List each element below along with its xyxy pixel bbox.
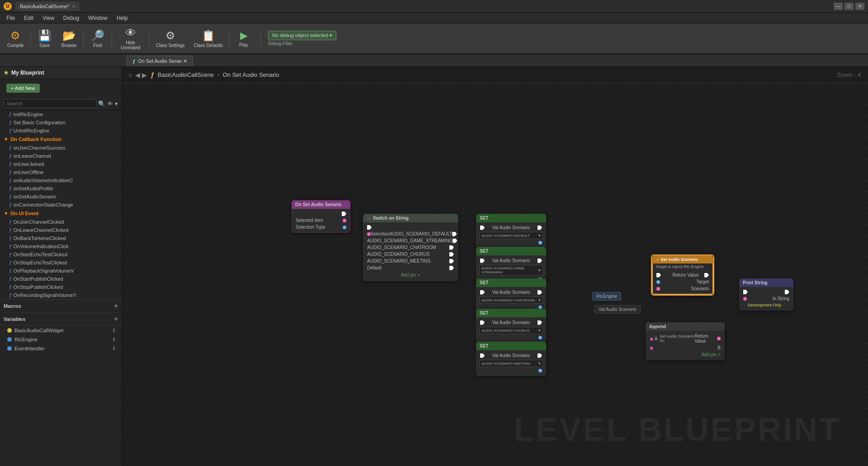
back-icon[interactable]: ◀: [135, 71, 140, 79]
forward-icon[interactable]: ▶: [142, 71, 147, 79]
sidebar-section-callback[interactable]: ▼ On Callback Function: [0, 135, 122, 144]
breadcrumb-scene[interactable]: BasicAudioCallScene: [158, 71, 214, 78]
node-switch-string[interactable]: ↔ Switch on String Selection AUDIO_SCENA…: [363, 214, 458, 281]
macros-add-icon[interactable]: +: [114, 302, 118, 310]
tab-close[interactable]: ×: [72, 4, 75, 9]
sidebar-item-onstoppublish[interactable]: ƒOnStopPublishClicked: [0, 283, 122, 291]
set1-dropdown[interactable]: AUDIO SCENARIO DEFAULT▾: [479, 232, 543, 239]
sidebar-item-onvolumeindication[interactable]: ƒOnVolumeIndicationClick: [0, 242, 122, 250]
hide-unrelated-button[interactable]: 👁 Hide Unrelated: [115, 25, 146, 52]
debug-section: No debug object selected ▾ Debug Filter: [268, 31, 336, 46]
add-new-button[interactable]: + Add New: [6, 84, 40, 93]
class-settings-button[interactable]: ⚙ Class Settings: [152, 28, 189, 50]
sidebar-section-ui[interactable]: ▼ On UI Event: [0, 209, 122, 218]
tab-name: On Set Audio Senar ✕: [138, 58, 187, 64]
eye-icon[interactable]: 👁: [107, 100, 113, 107]
sidebar-item-onplaybacksignal[interactable]: ƒOnPlaybackSignalVolumeV: [0, 267, 122, 275]
sidebar-item-onsetaudiosenario[interactable]: ƒonSetAudioSenario: [0, 193, 122, 201]
menu-item-help[interactable]: Help: [112, 14, 132, 22]
menu-item-debug[interactable]: Debug: [59, 14, 84, 22]
variables-add-icon[interactable]: +: [114, 315, 118, 323]
add-pin-button[interactable]: Add pin +: [401, 273, 420, 278]
sidebar-item-onleavechannel[interactable]: ƒonLeaveChannel: [0, 152, 122, 160]
node-row-exec: [292, 211, 350, 217]
separator-1: [30, 29, 31, 47]
compile-icon: ⚙: [10, 29, 20, 42]
ui-label: On UI Event: [10, 211, 38, 216]
set3-dropdown[interactable]: AUDIO SCENARIO CHATROOM▾: [479, 297, 543, 304]
node-print-string[interactable]: Print String In String Development Only: [739, 278, 793, 311]
breadcrumb-path: BasicAudioCallScene › On Set Audio Senar…: [158, 71, 279, 78]
menu-item-file[interactable]: File: [2, 14, 19, 22]
var-dot-rtcengine: [7, 337, 12, 342]
node-header-append: Append: [646, 322, 725, 331]
node-header-set3: SET: [476, 278, 546, 287]
rtcengine-ref-node[interactable]: RtcEngine: [592, 292, 621, 301]
sidebar-item-onaudiovolume[interactable]: ƒonAudioVolumeIndicationC: [0, 176, 122, 184]
node-on-set-audio[interactable]: On Set Audio Senario Selected Item Selec…: [292, 200, 350, 233]
minimize-button[interactable]: —: [834, 3, 843, 10]
var-item-rtcengine[interactable]: RtcEngine ⬇: [0, 335, 122, 344]
compile-button[interactable]: ⚙ Compile: [4, 28, 28, 50]
val-audio-scenario-node[interactable]: Val Audio Scenario: [594, 305, 641, 314]
find-button[interactable]: 🔎 Find: [86, 28, 109, 50]
chevron-down-icon[interactable]: ▾: [115, 100, 118, 107]
sidebar-item-onuserjoined[interactable]: ƒonUserJoined: [0, 160, 122, 168]
sidebar-item-onstartpublish[interactable]: ƒOnStartPublishClicked: [0, 275, 122, 283]
node-append[interactable]: Append ◉ A Set Audio Scenario To: Return…: [646, 322, 725, 360]
play-button[interactable]: ▶ Play: [232, 28, 255, 49]
node-set-audio-scenario[interactable]: ↔ Set Audio Scenario Target is Agora Rtc…: [651, 254, 714, 296]
node-set-5[interactable]: SET Val Audio Scenario AUDIO SCENARIO ME…: [476, 342, 546, 376]
sidebar-item-onstartechotest[interactable]: ƒOnStartEchoTestClicked: [0, 250, 122, 259]
sidebar-title: My Blueprint: [11, 70, 44, 76]
save-button[interactable]: 💾 Save: [33, 28, 56, 50]
var-download-icon-1[interactable]: ⬇: [112, 336, 116, 343]
sidebar-item-onconnectionstate[interactable]: ƒonConnectionStateChange: [0, 201, 122, 209]
active-tab[interactable]: ƒ On Set Audio Senar ✕: [127, 56, 193, 66]
sidebar-item-onbacktohome[interactable]: ƒOnBackToHomeClicked: [0, 234, 122, 242]
var-download-icon-0[interactable]: ⬇: [112, 327, 116, 334]
macros-label: Macros: [4, 303, 21, 309]
menu-item-view[interactable]: View: [38, 14, 59, 22]
var-download-icon-2[interactable]: ⬇: [112, 345, 116, 352]
search-icon[interactable]: 🔍: [98, 100, 105, 107]
set2-dropdown[interactable]: AUDIO SCENARIO GAME STREAMING▾: [479, 265, 543, 276]
var-item-basicaudiocallwidget[interactable]: BasicAudioCallWidget ⬇: [0, 326, 122, 335]
sidebar-item-onjoinchannel[interactable]: ƒonJoinChannelSuccess: [0, 144, 122, 152]
browse-button[interactable]: 📂 Browse: [58, 28, 80, 50]
node-set-3[interactable]: SET Val Audio Scenario AUDIO SCENARIO CH…: [476, 278, 546, 312]
sidebar-item-onuseroffline[interactable]: ƒonUserOffline: [0, 168, 122, 176]
set4-dropdown[interactable]: AUDIO SCENARIO CHORUS▾: [479, 327, 543, 334]
append-add-pin[interactable]: Add pin +: [701, 352, 721, 357]
node-set-4[interactable]: SET Val Audio Scenario AUDIO SCENARIO CH…: [476, 309, 546, 343]
menu-item-edit[interactable]: Edit: [19, 14, 38, 22]
sidebar-item-onsetaudioprofile[interactable]: ƒonSetAudioProfile: [0, 184, 122, 193]
play-icon: ▶: [240, 30, 248, 42]
set5-dropdown[interactable]: AUDIO SCENARIO MEETING▾: [479, 360, 543, 367]
selected-item-pin: [343, 219, 346, 222]
node-set-1[interactable]: SET Val Audio Scenario AUDIO SCENARIO DE…: [476, 214, 546, 248]
sidebar-item-onleavechannel-clicked[interactable]: ƒOnLeaveChannelClicked: [0, 226, 122, 234]
browse-label: Browse: [61, 43, 76, 48]
maximize-button[interactable]: □: [844, 3, 854, 10]
debug-dropdown[interactable]: No debug object selected ▾: [268, 31, 336, 40]
blueprint-canvas[interactable]: ☆ ◀ ▶ ƒ BasicAudioCallScene › On Set Aud…: [122, 67, 868, 466]
app-tab[interactable]: BasicAudioCallScene* ×: [15, 2, 80, 11]
var-item-eventhandler[interactable]: EventHandler ⬇: [0, 344, 122, 353]
selection-type-pin: [343, 226, 346, 229]
class-defaults-label: Class Defaults: [194, 43, 223, 48]
star-nav-icon[interactable]: ☆: [127, 71, 133, 79]
sidebar-item-onstopechotest[interactable]: ƒOnStopEchoTestClicked: [0, 259, 122, 267]
menu-item-window[interactable]: Window: [84, 14, 112, 22]
node-subtitle-set-audio: Target is Agora Rtc Engine: [652, 264, 713, 270]
sidebar-item-onjoinchannel-clicked[interactable]: ƒOnJoinChannelClicked: [0, 218, 122, 226]
close-button[interactable]: ✕: [855, 3, 864, 10]
sidebar-item-initrtcengine[interactable]: ƒ InitRtcEngine: [0, 110, 122, 118]
hide-unrelated-icon: 👁: [125, 27, 136, 39]
search-input[interactable]: [4, 99, 96, 108]
node-header-switch: ↔ Switch on String: [363, 214, 458, 222]
sidebar-item-onrecordingsignal[interactable]: ƒOnRecordingSignalVolumeY: [0, 291, 122, 299]
sidebar-item-uninitrtcengine[interactable]: ƒ UnInitRtcEngine: [0, 127, 122, 135]
sidebar-item-setbasicconfig[interactable]: ƒ Set Basic Configuration: [0, 118, 122, 127]
class-defaults-button[interactable]: 📋 Class Defaults: [190, 28, 226, 50]
